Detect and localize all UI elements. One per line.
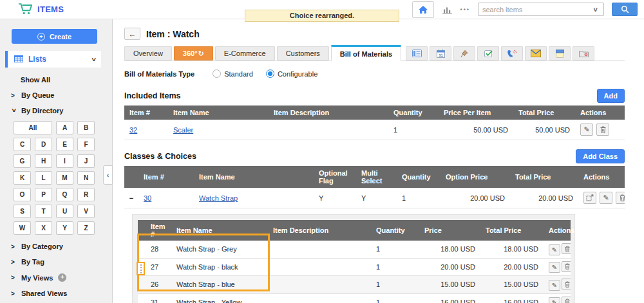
- letter-button[interactable]: P: [35, 188, 52, 201]
- more-menu-button[interactable]: •••: [460, 6, 470, 13]
- item-name-link[interactable]: Scaler: [173, 126, 193, 134]
- sidebar-item-by-tag[interactable]: > By Tag: [11, 258, 112, 266]
- edit-button[interactable]: ✎: [549, 280, 560, 291]
- delete-button[interactable]: [562, 261, 571, 272]
- sidebar-item-my-views[interactable]: > My Views +: [11, 273, 112, 282]
- letter-button[interactable]: M: [56, 171, 73, 185]
- sidebar-item-shared-views[interactable]: > Shared Views: [11, 289, 112, 297]
- delete-button[interactable]: [562, 243, 571, 254]
- letter-button[interactable]: H: [35, 154, 52, 168]
- col-multi-select: Multi Select: [356, 166, 397, 188]
- lists-label: Lists: [28, 55, 46, 64]
- choice-quantity: 1: [371, 293, 419, 303]
- letter-button[interactable]: O: [14, 188, 31, 201]
- letter-button[interactable]: Z: [77, 221, 95, 235]
- sidebar-item-by-directory[interactable]: > By Directory: [11, 107, 112, 115]
- item-number-link[interactable]: 32: [129, 126, 137, 134]
- included-items-title: Included Items: [124, 91, 181, 100]
- radio-standard-label: Standard: [224, 70, 253, 78]
- letter-button[interactable]: D: [35, 138, 52, 151]
- delete-button[interactable]: [616, 192, 625, 204]
- letter-button[interactable]: Y: [56, 221, 73, 235]
- letter-button[interactable]: L: [35, 171, 52, 185]
- choice-quantity: 1: [371, 258, 419, 276]
- tab-attachments[interactable]: [573, 46, 594, 60]
- tab-email[interactable]: [525, 46, 547, 60]
- tab-customers[interactable]: Customers: [277, 46, 329, 60]
- tab-pins[interactable]: [453, 46, 475, 60]
- rearrange-choices-button[interactable]: [583, 192, 596, 204]
- brand[interactable]: ITEMS: [18, 3, 64, 16]
- sidebar-item-show-all[interactable]: Show All: [21, 76, 112, 84]
- letter-button[interactable]: V: [77, 205, 95, 218]
- choice-name: Watch Strap - blue: [171, 276, 268, 294]
- edit-button[interactable]: ✎: [549, 244, 560, 255]
- search-input[interactable]: [478, 4, 588, 15]
- directory-letter-grid: All A B C D E F G H I J K L M N O P Q R …: [14, 121, 112, 235]
- radio-standard[interactable]: Standard: [213, 69, 253, 78]
- drag-handle[interactable]: [137, 262, 145, 275]
- search-scope-dropdown[interactable]: >: [588, 6, 603, 14]
- edit-button[interactable]: ✎: [549, 262, 560, 273]
- edit-button[interactable]: ✎: [600, 192, 612, 204]
- choice-description: [268, 276, 371, 294]
- shared-views-label: Shared Views: [21, 289, 67, 297]
- tab-ecommerce[interactable]: E-Commerce: [215, 46, 275, 60]
- letter-button[interactable]: F: [77, 138, 95, 151]
- create-button[interactable]: + Create: [12, 29, 97, 44]
- edit-button[interactable]: ✎: [580, 124, 593, 136]
- tab-calls[interactable]: [501, 46, 523, 60]
- letter-button[interactable]: R: [77, 188, 95, 201]
- letter-button[interactable]: B: [77, 121, 95, 134]
- radio-configurable[interactable]: Configurable: [266, 69, 317, 78]
- tab-notes[interactable]: [549, 46, 571, 60]
- letter-button[interactable]: N: [77, 171, 95, 185]
- letter-button[interactable]: E: [56, 138, 73, 151]
- delete-button[interactable]: [596, 124, 609, 136]
- add-view-button[interactable]: +: [58, 273, 66, 282]
- letter-button[interactable]: T: [35, 205, 52, 218]
- letter-button-all[interactable]: All: [14, 121, 52, 134]
- col-price: Price: [419, 220, 480, 241]
- table-header-row: Item # Item Name Item Description Quanti…: [124, 106, 625, 120]
- sidebar-item-lists[interactable]: Lists >: [5, 51, 101, 68]
- tab-calendar[interactable]: 31: [430, 46, 451, 60]
- tab-summary[interactable]: [406, 46, 428, 60]
- tab-tasks[interactable]: [477, 46, 499, 60]
- choice-number: 31: [146, 293, 171, 303]
- letter-button[interactable]: J: [77, 154, 95, 168]
- letter-button[interactable]: X: [35, 221, 52, 235]
- collapse-row-button[interactable]: −: [124, 188, 138, 208]
- delete-button[interactable]: [562, 297, 571, 303]
- add-item-button[interactable]: Add: [597, 89, 625, 103]
- edit-button[interactable]: ✎: [549, 297, 560, 303]
- tab-overview[interactable]: Overview: [124, 46, 172, 60]
- item-number-link[interactable]: 30: [144, 194, 151, 202]
- sidebar-collapse-handle[interactable]: ‹: [103, 165, 113, 185]
- sidebar-item-by-queue[interactable]: > By Queue: [11, 91, 112, 99]
- reports-button[interactable]: [442, 5, 453, 14]
- letter-button[interactable]: Q: [56, 188, 73, 201]
- add-class-button[interactable]: Add Class: [576, 149, 625, 163]
- letter-button[interactable]: S: [14, 205, 31, 218]
- home-button[interactable]: [412, 1, 434, 18]
- letter-button[interactable]: U: [56, 205, 73, 218]
- tab-bill-of-materials[interactable]: Bill of Materials: [331, 45, 401, 61]
- col-item-name: Item Name: [171, 220, 268, 241]
- tab-360-view[interactable]: 360°↻: [174, 46, 213, 60]
- col-drag-gutter: [138, 220, 146, 241]
- notes-icon: [556, 50, 564, 58]
- letter-button[interactable]: A: [56, 121, 73, 134]
- choice-price: 16.00 USD: [419, 293, 480, 303]
- sidebar-item-by-category[interactable]: > By Category: [11, 243, 112, 250]
- letter-button[interactable]: C: [14, 138, 31, 151]
- delete-button[interactable]: [562, 279, 571, 289]
- search-button[interactable]: [612, 3, 638, 16]
- back-button[interactable]: ←: [124, 28, 140, 40]
- letter-button[interactable]: G: [14, 154, 31, 168]
- letter-button[interactable]: I: [56, 154, 73, 168]
- letter-button[interactable]: W: [14, 221, 31, 235]
- trash-icon: [565, 263, 570, 270]
- item-name-link[interactable]: Watch Strap: [199, 194, 238, 202]
- letter-button[interactable]: K: [14, 171, 31, 185]
